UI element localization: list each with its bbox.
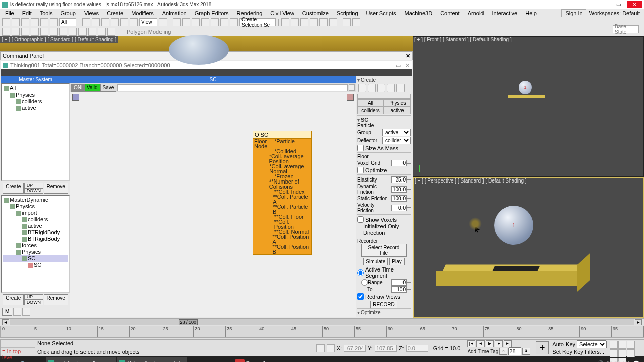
tool-icon[interactable] xyxy=(2,28,10,36)
save-button[interactable]: Save xyxy=(100,84,117,92)
menu-grapheditors[interactable]: Graph Editors xyxy=(191,10,233,16)
statfric-input[interactable] xyxy=(391,195,407,202)
viewport-front-label[interactable]: [ + ] [ Front ] [ Standard ] [ Default S… xyxy=(414,37,512,42)
tool-icon[interactable] xyxy=(319,18,328,26)
group-select[interactable]: active xyxy=(382,129,411,136)
viewport-front[interactable]: [ + ] [ Front ] [ Standard ] [ Default S… xyxy=(413,36,644,177)
node-graph[interactable]: O SC Floor Node*Particle *Collided *Coll… xyxy=(70,92,356,317)
play-anim[interactable]: ▶ xyxy=(486,340,494,347)
remove-button[interactable]: Remove xyxy=(44,183,68,194)
nav-icon[interactable] xyxy=(627,349,635,357)
tool-icon[interactable] xyxy=(120,18,128,26)
input-chip[interactable] xyxy=(72,94,79,101)
tool-icon[interactable] xyxy=(300,18,308,26)
dropdown[interactable] xyxy=(357,94,411,99)
cat-icon[interactable] xyxy=(387,84,395,92)
tool-icon[interactable] xyxy=(201,18,209,26)
tab-physics[interactable]: Physics xyxy=(384,99,411,107)
tool-icon[interactable] xyxy=(173,18,181,26)
task-recording[interactable]: ● Recording... xyxy=(233,357,278,362)
tool-icon[interactable] xyxy=(12,28,20,36)
tool-icon[interactable] xyxy=(21,18,29,26)
task-app[interactable]: ● xyxy=(218,357,232,362)
tool-icon[interactable] xyxy=(281,18,289,26)
coord-dropdown[interactable]: View xyxy=(139,18,157,26)
menu-edit[interactable]: Edit xyxy=(18,10,36,16)
tool-icon[interactable] xyxy=(2,18,10,26)
m-button[interactable]: M xyxy=(2,308,12,316)
tray-icon[interactable]: 💬 xyxy=(633,360,640,363)
frame-input[interactable] xyxy=(508,347,521,355)
setkey-button[interactable]: Set Key xyxy=(552,349,572,355)
x-coord[interactable]: -67.204 xyxy=(344,345,366,352)
sc-node[interactable]: O SC Floor Node*Particle *Collided *Coll… xyxy=(253,131,312,255)
menu-customize[interactable]: Customize xyxy=(298,10,333,16)
key-mode[interactable]: ○ xyxy=(499,348,507,355)
time-config[interactable]: ⧗ xyxy=(522,348,530,355)
nav-icon[interactable] xyxy=(627,341,635,349)
tool-icon[interactable] xyxy=(12,18,20,26)
deflector-select[interactable]: colliders xyxy=(382,137,411,144)
y-coord[interactable]: 107.85 xyxy=(375,345,397,352)
tool-icon[interactable] xyxy=(40,18,48,26)
viewport-perspective[interactable]: [ + ] [ Perspective ] [ Standard ] [ Def… xyxy=(413,177,644,319)
tool-icon[interactable] xyxy=(101,18,109,26)
cat-icon[interactable] xyxy=(396,84,405,92)
time-ruler[interactable]: 0510152025303540455055606570758085909510… xyxy=(0,326,644,338)
menu-civilview[interactable]: Civil View xyxy=(266,10,298,16)
tool-icon[interactable] xyxy=(31,28,39,36)
nav-icon[interactable] xyxy=(610,341,618,349)
tool-icon[interactable] xyxy=(291,18,299,26)
redraw-check[interactable] xyxy=(357,293,364,300)
menu-interactive[interactable]: Interactive xyxy=(488,10,521,16)
tab-active[interactable]: active xyxy=(384,107,411,114)
tool-icon[interactable] xyxy=(211,18,219,26)
task-3dsmax[interactable]: is deflector really usin... xyxy=(46,357,116,362)
tool-icon[interactable] xyxy=(50,18,58,26)
create-section[interactable]: Create xyxy=(357,77,411,83)
nav-icon[interactable] xyxy=(618,341,626,349)
optimize-check[interactable] xyxy=(357,167,364,173)
tool-icon[interactable] xyxy=(59,28,67,36)
time-next[interactable]: ► xyxy=(635,319,642,325)
z-coord[interactable]: 0.0 xyxy=(406,345,428,352)
big-key-button[interactable]: + xyxy=(536,341,549,354)
down-button-2[interactable]: DOWN xyxy=(24,300,44,305)
up-button[interactable]: UP xyxy=(24,183,44,188)
keyfilters-button[interactable]: Key Filters... xyxy=(574,349,604,355)
graph-name-input[interactable] xyxy=(117,84,348,91)
basestate-dropdown[interactable]: Base State xyxy=(613,25,639,33)
prev-frame[interactable]: ◄ xyxy=(476,340,485,347)
tool-icon[interactable] xyxy=(111,18,119,26)
menu-modifiers[interactable]: Modifiers xyxy=(127,10,158,16)
create-button[interactable]: Create xyxy=(3,183,24,194)
nav-icon[interactable] xyxy=(618,349,626,357)
create-button-2[interactable]: Create xyxy=(3,294,24,305)
filter-dropdown[interactable]: All xyxy=(59,18,76,26)
tool-icon[interactable] xyxy=(220,18,228,26)
tool-icon[interactable] xyxy=(88,28,96,36)
menu-group[interactable]: Group xyxy=(56,10,80,16)
tool-icon[interactable] xyxy=(92,18,100,26)
size-as-mass-check[interactable] xyxy=(357,145,364,151)
range-radio[interactable] xyxy=(361,279,368,286)
on-button[interactable]: ON xyxy=(71,84,84,92)
tray-icon[interactable]: 🔊 xyxy=(597,360,604,363)
menu-tools[interactable]: Tools xyxy=(36,10,57,16)
remove-button-2[interactable]: Remove xyxy=(44,294,68,305)
record-button[interactable]: RECORD xyxy=(370,301,397,308)
lock-icon[interactable] xyxy=(327,344,335,352)
tool-icon[interactable] xyxy=(310,18,318,26)
viewport-persp-label[interactable]: [ + ] [ Perspective ] [ Standard ] [ Def… xyxy=(415,178,527,184)
tool-icon[interactable] xyxy=(343,18,351,26)
tab-all[interactable]: All xyxy=(357,99,384,107)
down-button[interactable]: DOWN xyxy=(24,188,44,194)
task-app[interactable]: ● xyxy=(188,357,202,362)
search-icon[interactable]: 🔍 xyxy=(16,357,30,362)
tool-icon[interactable] xyxy=(130,18,138,26)
menu-content[interactable]: Content xyxy=(436,10,464,16)
tab-colliders[interactable]: colliders xyxy=(357,107,384,114)
voxel-input[interactable] xyxy=(391,160,407,166)
nav-icon[interactable] xyxy=(610,349,618,357)
tool-icon[interactable] xyxy=(69,28,77,36)
